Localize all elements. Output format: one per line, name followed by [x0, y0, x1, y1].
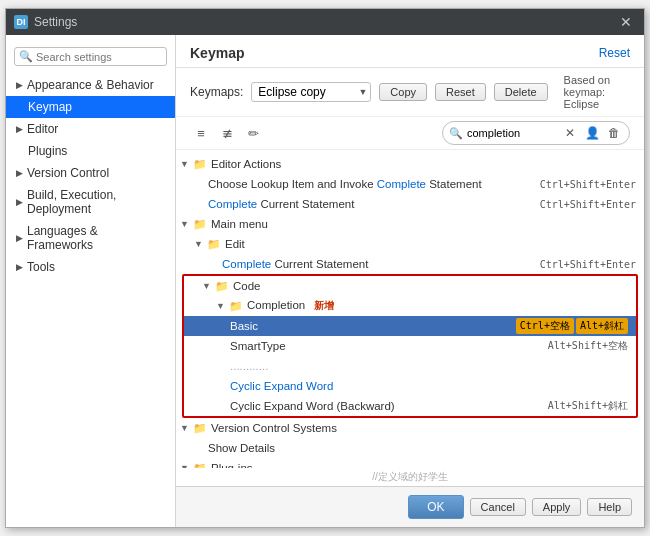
- filter-trash-btn[interactable]: 🗑: [605, 124, 623, 142]
- tree-item-label: Complete Current Statement: [222, 258, 540, 270]
- window-title: Settings: [34, 15, 77, 29]
- help-button[interactable]: Help: [587, 498, 632, 516]
- tree-group-code[interactable]: ▼ 📁 Code: [184, 276, 636, 296]
- tree-item-cyclic-expand[interactable]: Cyclic Expand Word: [184, 376, 636, 396]
- expand-arrow-icon: ▼: [194, 239, 204, 249]
- tree-item-show-details[interactable]: Show Details: [176, 438, 644, 458]
- tree-item-label: Show Details: [208, 442, 636, 454]
- app-icon: DI: [14, 15, 28, 29]
- bottom-bar: OK Cancel Apply Help: [176, 486, 644, 527]
- keymap-select[interactable]: Eclipse copy: [251, 82, 371, 102]
- sidebar-item-plugins[interactable]: Plugins: [6, 140, 175, 162]
- sidebar-item-label: Languages & Frameworks: [27, 224, 165, 252]
- search-icon: 🔍: [19, 50, 33, 63]
- sidebar-item-label: Tools: [27, 260, 55, 274]
- new-badge: 新增: [314, 300, 334, 311]
- highlight-box: ▼ 📁 Code ▼ 📁 Completion 新增 Basic: [182, 274, 638, 418]
- tree-group-completion[interactable]: ▼ 📁 Completion 新增: [184, 296, 636, 316]
- reset-link[interactable]: Reset: [599, 46, 630, 60]
- folder-icon: 📁: [207, 238, 221, 251]
- copy-button[interactable]: Copy: [379, 83, 427, 101]
- tree-item-cyclic-expand-back[interactable]: Cyclic Expand Word (Backward) Alt+Shift+…: [184, 396, 636, 416]
- keymaps-row: Keymaps: Eclipse copy ▼ Copy Reset Delet…: [176, 68, 644, 117]
- sidebar-item-label: Appearance & Behavior: [27, 78, 154, 92]
- sidebar-item-editor[interactable]: Editor: [6, 118, 175, 140]
- sidebar-item-build[interactable]: Build, Execution, Deployment: [6, 184, 175, 220]
- reset-button[interactable]: Reset: [435, 83, 486, 101]
- tree-item-choose-lookup[interactable]: Choose Lookup Item and Invoke Complete S…: [176, 174, 644, 194]
- tree-item-label: Version Control Systems: [211, 422, 636, 434]
- filter-input[interactable]: [467, 127, 557, 139]
- expand-arrow-icon: ▼: [180, 159, 190, 169]
- folder-icon: 📁: [193, 422, 207, 435]
- tree-item-label: Code: [233, 280, 628, 292]
- shortcut-tag-1: Ctrl+空格: [516, 318, 574, 334]
- tree-item-label: ............: [230, 360, 628, 372]
- sort-icon: ≢: [222, 126, 233, 141]
- tree-item-label: Completion 新增: [247, 299, 628, 313]
- folder-icon: 📁: [215, 280, 229, 293]
- edit-icon-btn[interactable]: ✏: [242, 122, 264, 144]
- toolbar-row: ≡ ≢ ✏ 🔍 ✕ 👤 🗑: [176, 117, 644, 150]
- based-on-label: Based on keymap: Eclipse: [564, 74, 630, 110]
- shortcut-label: Ctrl+Shift+Enter: [540, 199, 636, 210]
- tree-container: ▼ 📁 Editor Actions Choose Lookup Item an…: [176, 150, 644, 468]
- close-button[interactable]: ✕: [616, 14, 636, 30]
- add-icon: ≡: [197, 126, 205, 141]
- tree-group-edit[interactable]: ▼ 📁 Edit: [176, 234, 644, 254]
- apply-button[interactable]: Apply: [532, 498, 582, 516]
- tree-item-label: Cyclic Expand Word: [230, 380, 628, 392]
- add-icon-btn[interactable]: ≡: [190, 122, 212, 144]
- settings-window: DI Settings ✕ 🔍 Appearance & Behavior Ke…: [5, 8, 645, 528]
- sidebar-item-label: Build, Execution, Deployment: [27, 188, 165, 216]
- tree-item-label: Edit: [225, 238, 636, 250]
- tree-item-complete-current[interactable]: Complete Current Statement Ctrl+Shift+En…: [176, 194, 644, 214]
- sidebar-search-input[interactable]: [36, 51, 162, 63]
- expand-arrow-icon: ▼: [216, 301, 226, 311]
- tree-item-dashes: ............: [184, 356, 636, 376]
- expand-arrow-icon: ▼: [180, 423, 190, 433]
- sidebar-search[interactable]: 🔍: [14, 47, 167, 66]
- shortcut-tag-2: Alt+斜杠: [576, 318, 628, 334]
- tree-group-plugins[interactable]: ▼ 📁 Plug-ins: [176, 458, 644, 468]
- expand-arrow-icon: ▼: [180, 219, 190, 229]
- tree-item-label: Editor Actions: [211, 158, 636, 170]
- tree-group-editor-actions[interactable]: ▼ 📁 Editor Actions: [176, 154, 644, 174]
- filter-user-btn[interactable]: 👤: [583, 124, 601, 142]
- folder-icon: 📁: [229, 300, 243, 313]
- edit-icon: ✏: [248, 126, 259, 141]
- sidebar-item-label: Plugins: [28, 144, 67, 158]
- tree-item-smarttype[interactable]: SmartType Alt+Shift+空格: [184, 336, 636, 356]
- tree-item-complete-current-main[interactable]: Complete Current Statement Ctrl+Shift+En…: [176, 254, 644, 274]
- tree-item-label: SmartType: [230, 340, 548, 352]
- sidebar-item-label: Editor: [27, 122, 58, 136]
- ok-button[interactable]: OK: [408, 495, 463, 519]
- window-body: 🔍 Appearance & Behavior Keymap Editor Pl…: [6, 35, 644, 527]
- shortcut-label: Ctrl+Shift+Enter: [540, 259, 636, 270]
- delete-button[interactable]: Delete: [494, 83, 548, 101]
- shortcut-label: Alt+Shift+空格: [548, 339, 628, 353]
- sidebar-item-vcs[interactable]: Version Control: [6, 162, 175, 184]
- filter-clear-btn[interactable]: ✕: [561, 124, 579, 142]
- sidebar-item-languages[interactable]: Languages & Frameworks: [6, 220, 175, 256]
- sidebar-item-label: Keymap: [28, 100, 72, 114]
- cancel-button[interactable]: Cancel: [470, 498, 526, 516]
- shortcut-label: Alt+Shift+斜杠: [548, 399, 628, 413]
- search-filter: 🔍 ✕ 👤 🗑: [442, 121, 630, 145]
- tree-group-vcs[interactable]: ▼ 📁 Version Control Systems: [176, 418, 644, 438]
- filter-search-icon: 🔍: [449, 127, 463, 140]
- main-content: Keymap Reset Keymaps: Eclipse copy ▼ Cop…: [176, 35, 644, 527]
- tree-item-basic[interactable]: Basic Ctrl+空格 Alt+斜杠: [184, 316, 636, 336]
- sidebar-item-tools[interactable]: Tools: [6, 256, 175, 278]
- watermark: //定义域的好学生: [176, 468, 644, 486]
- sidebar-item-keymap[interactable]: Keymap: [6, 96, 175, 118]
- sidebar: 🔍 Appearance & Behavior Keymap Editor Pl…: [6, 35, 176, 527]
- tree-item-label: Main menu: [211, 218, 636, 230]
- sidebar-item-label: Version Control: [27, 166, 109, 180]
- tree-item-label: Basic: [230, 320, 516, 332]
- title-bar: DI Settings ✕: [6, 9, 644, 35]
- tree-group-main-menu[interactable]: ▼ 📁 Main menu: [176, 214, 644, 234]
- sort-icon-btn[interactable]: ≢: [216, 122, 238, 144]
- expand-arrow-icon: ▼: [202, 281, 212, 291]
- sidebar-item-appearance[interactable]: Appearance & Behavior: [6, 74, 175, 96]
